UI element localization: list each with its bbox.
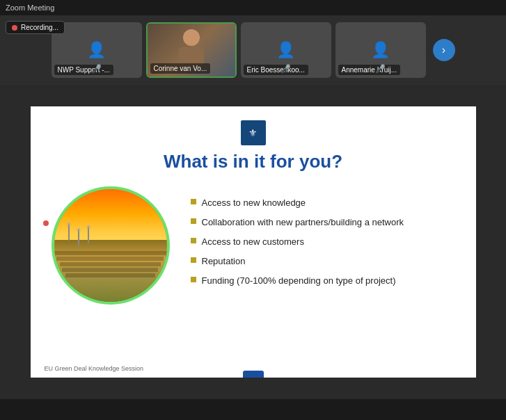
bullet-icon-4	[191, 257, 196, 263]
avatar-icon-nwp: 👤	[87, 41, 106, 59]
bullet-item-3: Access to new customers	[191, 236, 455, 248]
mic-muted-icon-eric: 🎤	[280, 64, 291, 74]
slide-nav-indicator[interactable]	[243, 371, 264, 378]
bullet-list: Access to new knowledge Collaboration wi…	[191, 197, 455, 295]
bullet-item-4: Reputation	[191, 255, 455, 268]
participant-tile-eric[interactable]: 👤 Eric Boessenkoo... 🎤	[241, 22, 331, 78]
red-dot-decoration	[43, 220, 49, 226]
participant-tile-nwp[interactable]: 👤 NWP Support -... 🎤	[52, 22, 142, 78]
participant-tile-annemarie[interactable]: 👤 Annemarie Kruij... 🎤	[335, 22, 426, 78]
turbine-3: ✳	[88, 226, 89, 257]
slide-footer: EU Green Deal Knowledge Session	[45, 365, 144, 372]
participant-name-annemarie: Annemarie Kruij...	[338, 65, 400, 75]
participants-section: 👤 NWP Support -... 🎤 Corinne van Vo... 👤…	[45, 15, 462, 85]
person-head	[183, 29, 200, 46]
avatar-icon-annemarie: 👤	[371, 41, 390, 59]
bullet-icon-1	[191, 199, 196, 204]
bullet-item-2: Collaboration with new partners/building…	[191, 216, 455, 229]
recording-label: Recording...	[21, 24, 58, 31]
recording-badge: Recording...	[6, 21, 65, 34]
bottom-bar	[0, 399, 506, 420]
bullet-icon-5	[191, 277, 196, 282]
bullet-icon-3	[191, 238, 196, 243]
govt-logo: ⚜	[241, 120, 266, 145]
next-participants-button[interactable]: ›	[433, 39, 455, 61]
landscape-image: ✳ ✳ ✳	[52, 186, 170, 305]
logo-area: ⚜	[52, 120, 455, 145]
app-title: Zoom Meeting	[6, 3, 54, 12]
participant-name-corinne: Corinne van Vo...	[150, 63, 211, 74]
participants-bar: Recording... 👤 NWP Support -... 🎤 Corinn…	[0, 15, 506, 85]
title-bar: Zoom Meeting	[0, 0, 506, 15]
person-body	[179, 47, 204, 64]
vineyard-rows	[54, 251, 167, 302]
mic-muted-icon-annemarie: 🎤	[375, 64, 386, 74]
recording-dot	[12, 25, 17, 31]
landscape-scene: ✳ ✳ ✳	[54, 189, 167, 302]
participant-name-nwp: NWP Support -...	[54, 65, 113, 75]
mic-muted-icon-nwp: 🎤	[91, 64, 102, 74]
participant-name-eric: Eric Boessenkoo...	[244, 65, 308, 75]
bullet-icon-2	[191, 218, 196, 224]
slide-title: What is in it for you?	[164, 151, 342, 172]
bullet-item-1: Access to new knowledge	[191, 197, 455, 209]
turbine-1: ✳	[68, 223, 70, 257]
participant-tile-corinne[interactable]: Corinne van Vo...	[146, 22, 237, 78]
slide-body: ✳ ✳ ✳	[52, 186, 455, 305]
slide-container: ⚜ What is in it for you?	[31, 106, 476, 378]
main-content: ⚜ What is in it for you?	[0, 85, 506, 399]
turbine-2: ✳	[78, 229, 79, 257]
bullet-item-5: Funding (70-100% depending on type of pr…	[191, 275, 455, 287]
avatar-icon-eric: 👤	[276, 41, 295, 59]
govt-logo-icon: ⚜	[248, 127, 258, 138]
wind-turbines: ✳ ✳ ✳	[54, 223, 167, 257]
